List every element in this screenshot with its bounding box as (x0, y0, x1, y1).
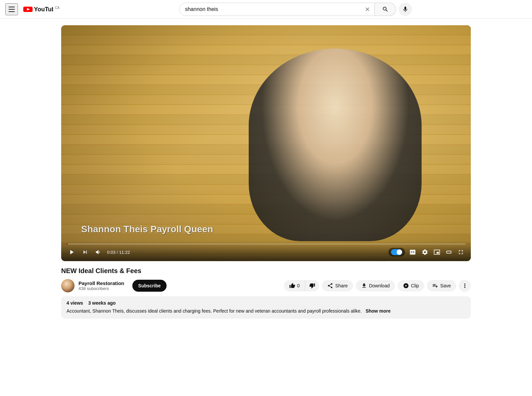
clear-icon (364, 6, 370, 12)
description-body: Accountant, Shannon Theis, discusses ide… (66, 308, 362, 314)
hamburger-line (9, 7, 15, 7)
fullscreen-icon (458, 249, 464, 255)
more-icon (462, 282, 468, 289)
channel-details: Payroll Restoration 438 subscribers (78, 280, 124, 291)
time-display: 0:03 / 11:22 (107, 250, 130, 255)
volume-icon (95, 249, 102, 255)
voice-search-button[interactable] (399, 3, 412, 16)
thumbs-up-icon (289, 283, 295, 289)
person-silhouette (249, 49, 422, 241)
cc-button[interactable] (408, 247, 418, 257)
controls-row: 0:03 / 11:22 (66, 247, 466, 257)
subscriber-count: 438 subscribers (78, 286, 124, 291)
microphone-icon (402, 6, 409, 13)
theater-mode-button[interactable] (444, 248, 454, 257)
download-icon (361, 283, 367, 289)
miniplayer-icon (434, 249, 440, 255)
video-controls-bar: 0:03 / 11:22 (61, 241, 471, 261)
thumbs-down-icon (309, 283, 315, 289)
search-icon (382, 6, 389, 13)
share-button[interactable]: Share (322, 280, 353, 291)
search-submit-button[interactable] (375, 3, 396, 16)
header: YouTube CA (0, 0, 532, 19)
download-label: Download (369, 283, 390, 288)
clip-icon (403, 283, 409, 289)
video-thumbnail: Shannon Theis Payroll Queen (61, 25, 471, 261)
save-label: Save (440, 283, 451, 288)
channel-info: Payroll Restoration 438 subscribers Subs… (61, 279, 167, 292)
toggle-knob (397, 249, 402, 255)
like-button[interactable]: 0 (284, 280, 306, 291)
miniplayer-button[interactable] (432, 248, 442, 257)
settings-button[interactable] (420, 248, 430, 257)
description-section: 4 views 3 weeks ago Accountant, Shannon … (61, 296, 471, 319)
next-icon (82, 249, 88, 255)
save-button[interactable]: Save (427, 280, 456, 291)
play-icon (68, 248, 75, 256)
header-left: YouTube CA (5, 3, 60, 15)
subscribe-button[interactable]: Subscribe (132, 280, 167, 292)
country-badge: CA (55, 6, 60, 10)
autoplay-toggle[interactable] (388, 248, 405, 256)
fullscreen-button[interactable] (456, 248, 466, 257)
search-area (179, 3, 412, 16)
hamburger-line (9, 9, 15, 10)
show-more-button[interactable]: Show more (365, 308, 390, 314)
video-title: NEW Ideal Clients & Fees (61, 266, 471, 275)
clip-button[interactable]: Clip (398, 280, 424, 291)
like-count: 0 (297, 283, 300, 288)
cc-icon (409, 248, 416, 256)
youtube-logo-icon: YouTube (23, 6, 53, 13)
video-info: NEW Ideal Clients & Fees Payroll Restora… (61, 261, 471, 321)
download-button[interactable]: Download (356, 280, 395, 291)
action-buttons: 0 Share (284, 280, 471, 292)
play-button[interactable] (66, 247, 76, 257)
description-stats: 4 views 3 weeks ago (66, 300, 466, 306)
search-input[interactable] (180, 3, 360, 16)
controls-right (388, 247, 466, 257)
channel-row: Payroll Restoration 438 subscribers Subs… (61, 279, 471, 292)
settings-icon (422, 249, 428, 255)
posted-time: 3 weeks ago (88, 300, 116, 306)
avatar-image (61, 279, 74, 292)
search-clear-button[interactable] (360, 6, 374, 12)
save-icon (432, 283, 438, 289)
toggle-track[interactable] (391, 249, 402, 255)
svg-text:YouTube: YouTube (34, 6, 53, 13)
video-player[interactable]: Shannon Theis Payroll Queen (61, 25, 471, 261)
main-content: Shannon Theis Payroll Queen (53, 19, 479, 328)
share-icon (327, 283, 333, 289)
search-bar (179, 3, 375, 16)
progress-bar-fill (66, 244, 68, 245)
video-watermark: Shannon Theis Payroll Queen (81, 224, 213, 235)
more-actions-button[interactable] (459, 280, 471, 292)
hamburger-line (9, 11, 15, 12)
channel-name[interactable]: Payroll Restoration (78, 280, 124, 286)
hamburger-menu-button[interactable] (5, 3, 18, 15)
theater-icon (446, 249, 452, 255)
volume-button[interactable] (94, 248, 103, 257)
progress-bar[interactable] (66, 244, 466, 245)
channel-avatar[interactable] (61, 279, 74, 292)
next-button[interactable] (80, 248, 90, 257)
like-dislike-group: 0 (284, 280, 320, 291)
view-count: 4 views (66, 300, 83, 306)
description-text: Accountant, Shannon Theis, discusses ide… (66, 308, 466, 315)
youtube-logo[interactable]: YouTube CA (23, 6, 60, 13)
clip-label: Clip (411, 283, 419, 288)
share-label: Share (335, 283, 347, 288)
dislike-button[interactable] (305, 280, 319, 291)
